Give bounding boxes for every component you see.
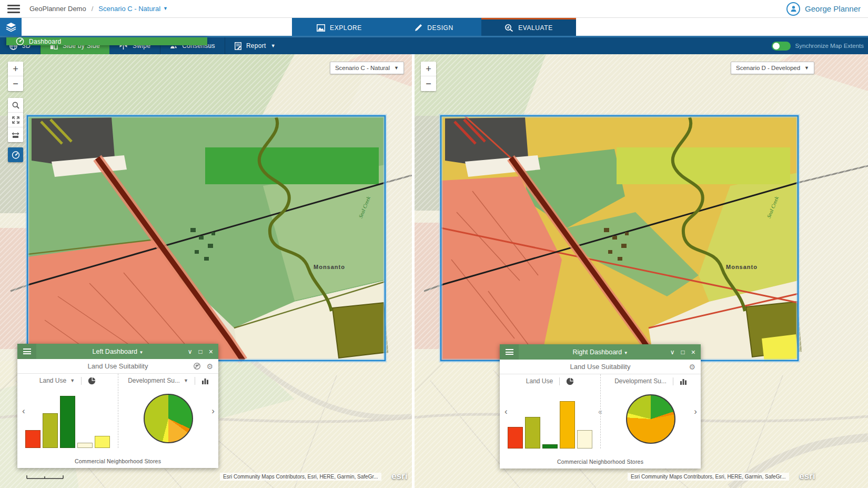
land-use-chart-cell: Land Use ▼: [17, 374, 118, 448]
map-compare-area: Monsanto Seal Creek + − Scenario: [0, 54, 868, 488]
close-icon[interactable]: ×: [209, 348, 213, 355]
panel-menu-icon[interactable]: [500, 344, 519, 360]
esri-logo: esri: [392, 472, 408, 481]
sync-extents-toggle[interactable]: [772, 42, 791, 51]
left-map-panel[interactable]: Monsanto Seal Creek + − Scenario: [0, 54, 412, 488]
left-map-tools: [8, 98, 23, 142]
bar-chart-icon[interactable]: [680, 378, 687, 385]
left-scenario-value: Scenario C - Natural: [335, 65, 390, 71]
chevron-down-icon[interactable]: ▼: [70, 379, 75, 383]
chart-selector[interactable]: Land Use: [526, 377, 553, 385]
menu-icon[interactable]: [7, 5, 20, 13]
avatar-icon: [786, 2, 800, 16]
mode-ribbon: EXPLORE DESIGN EVALUATE: [0, 18, 868, 36]
right-scenario-value: Scenario D - Developed: [736, 65, 800, 71]
left-dashboard-tool: [8, 147, 23, 162]
widget-title: Land Use Suitability: [17, 362, 218, 370]
mode-tab-strip: EXPLORE DESIGN EVALUATE: [292, 18, 576, 36]
gear-icon[interactable]: ⚙: [206, 362, 213, 371]
panel-menu-icon[interactable]: [17, 344, 36, 359]
search-icon[interactable]: [8, 98, 23, 113]
right-scenario-selector[interactable]: Scenario D - Developed ▼: [731, 62, 814, 74]
evaluate-toolbar: 3D Side by Side Swipe Consensus Report ▼…: [0, 36, 868, 54]
layers-icon: [6, 22, 16, 32]
maximize-icon[interactable]: □: [681, 349, 685, 355]
right-dashboard-header[interactable]: Right Dashboard ▼ ∨ □ ×: [500, 344, 701, 360]
left-attribution: Esri Community Maps Contributors, Esri, …: [220, 472, 408, 481]
chevron-down-icon: ▼: [394, 66, 399, 71]
collapse-icon[interactable]: ∨: [188, 348, 193, 355]
tab-design[interactable]: DESIGN: [387, 18, 481, 36]
scenario-breadcrumb-label: Scenario C - Natural: [98, 5, 160, 13]
right-dashboard-panel[interactable]: Right Dashboard ▼ ∨ □ × Land Use Suitabi…: [500, 344, 701, 469]
report-icon: [235, 42, 241, 50]
collapse-charts-arrow[interactable]: «: [598, 407, 602, 416]
zoom-in-button[interactable]: +: [421, 62, 436, 76]
zoom-in-button[interactable]: +: [8, 62, 23, 76]
land-use-chart-cell: Land Use: [500, 374, 600, 449]
dashboard-gauge-icon[interactable]: [8, 147, 23, 162]
tab-design-label: DESIGN: [427, 24, 453, 32]
top-bar: GeoPlanner Demo / Scenario C - Natural ▼…: [0, 0, 868, 18]
land-use-bar-chart: [508, 389, 592, 449]
left-dashboard-title: Left Dashboard: [93, 348, 137, 355]
attribution-text: Esri Community Maps Contributors, Esri, …: [628, 473, 789, 481]
next-chart-arrow[interactable]: ›: [694, 406, 697, 417]
town-label: Monsanto: [726, 264, 758, 270]
collapse-icon[interactable]: ∨: [670, 349, 675, 355]
right-map-panel[interactable]: Monsanto Seal Creek + − Scenario D - Dev…: [415, 54, 868, 488]
user-name: George Planner: [805, 4, 861, 13]
chart-selector[interactable]: Development Su...: [614, 377, 667, 385]
right-dashboard-title: Right Dashboard: [572, 348, 622, 356]
zoom-out-button[interactable]: −: [421, 76, 436, 91]
visibility-off-icon[interactable]: [193, 362, 201, 370]
dashboard-button[interactable]: Dashboard: [6, 37, 207, 45]
charts-area: Land Use ▼ Development Su... ▼: [17, 374, 218, 448]
charts-area: Land Use Development Su...: [500, 374, 701, 449]
right-zoom-controls: + −: [421, 62, 436, 91]
tab-explore[interactable]: EXPLORE: [292, 18, 387, 36]
maximize-icon[interactable]: □: [199, 348, 203, 355]
tab-evaluate[interactable]: EVALUATE: [481, 18, 576, 36]
bar-chart-icon[interactable]: [201, 377, 209, 384]
report-button[interactable]: Report ▼: [225, 37, 285, 54]
explore-icon: [317, 24, 325, 32]
sync-extents-label: Synchronize Map Extents: [795, 43, 864, 49]
prev-chart-arrow[interactable]: ‹: [504, 406, 508, 417]
dashboard-footer-label: Commercial Neighborhood Stores: [17, 458, 218, 464]
breadcrumb-separator: /: [92, 5, 94, 13]
pie-chart-icon[interactable]: [88, 377, 96, 385]
measure-icon[interactable]: [8, 127, 23, 142]
evaluate-icon: [504, 24, 513, 32]
zoom-out-button[interactable]: −: [8, 76, 23, 91]
layers-button[interactable]: [0, 18, 22, 36]
left-scenario-selector[interactable]: Scenario C - Natural ▼: [330, 62, 404, 74]
development-chart-cell: Development Su...: [600, 374, 701, 449]
left-dashboard-header[interactable]: Left Dashboard ▼ ∨ □ ×: [17, 344, 218, 359]
chart-selector[interactable]: Development Su...: [128, 377, 180, 384]
dashboard-gauge-icon: [16, 37, 24, 45]
tab-explore-label: EXPLORE: [330, 24, 362, 32]
full-extent-icon[interactable]: [8, 113, 23, 127]
left-dashboard-panel[interactable]: Left Dashboard ▼ ∨ □ × Land Use Suitabil…: [17, 344, 218, 468]
tab-evaluate-label: EVALUATE: [518, 24, 553, 32]
sync-extents-control: Synchronize Map Extents: [772, 37, 868, 54]
development-chart-cell: Development Su... ▼: [118, 374, 218, 448]
right-attribution: Esri Community Maps Contributors, Esri, …: [628, 472, 815, 481]
prev-chart-arrow[interactable]: ‹: [22, 406, 25, 416]
development-pie-chart: [626, 394, 675, 444]
chart-selector[interactable]: Land Use: [39, 377, 66, 384]
next-chart-arrow[interactable]: ›: [211, 406, 215, 416]
pencil-icon: [415, 24, 422, 32]
scenario-breadcrumb[interactable]: Scenario C - Natural ▼: [98, 5, 168, 13]
chevron-down-icon: ▼: [804, 66, 809, 71]
close-icon[interactable]: ×: [691, 348, 695, 356]
development-pie-chart: [144, 394, 193, 443]
app-title: GeoPlanner Demo: [29, 5, 86, 13]
chevron-down-icon: ▼: [139, 350, 144, 355]
report-label: Report: [246, 42, 266, 49]
user-menu[interactable]: George Planner: [786, 2, 861, 16]
chevron-down-icon[interactable]: ▼: [184, 379, 188, 383]
pie-chart-icon[interactable]: [566, 377, 574, 385]
gear-icon[interactable]: ⚙: [689, 363, 695, 371]
